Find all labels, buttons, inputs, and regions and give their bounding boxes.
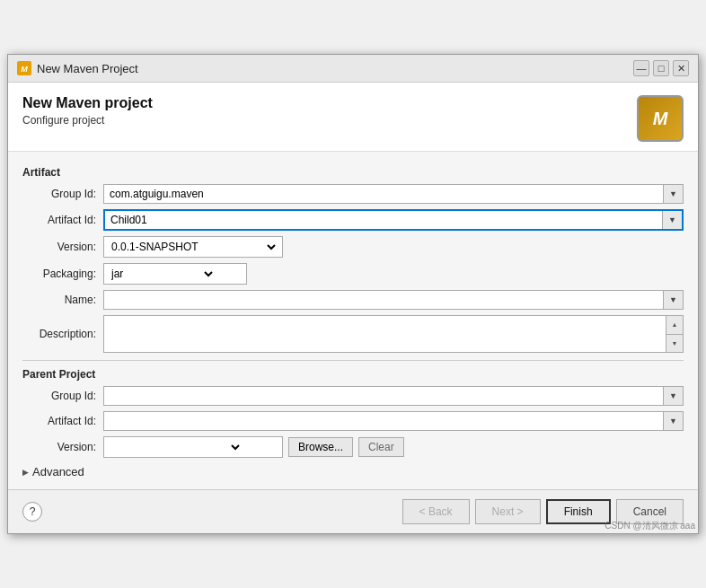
browse-button[interactable]: Browse... xyxy=(288,437,353,457)
artifact-id-label: Artifact Id: xyxy=(22,214,103,226)
name-input-container: ▼ xyxy=(103,290,684,310)
parent-artifact-id-input-container: ▼ xyxy=(103,411,684,431)
back-button[interactable]: < Back xyxy=(402,499,470,524)
parent-artifact-id-input[interactable] xyxy=(104,412,663,430)
dialog-header: New Maven project Configure project M xyxy=(8,83,698,152)
version-select-box[interactable]: 0.0.1-SNAPSHOT xyxy=(103,236,283,258)
packaging-label: Packaging: xyxy=(22,268,103,280)
parent-version-select-box[interactable] xyxy=(103,436,283,458)
maven-logo: M xyxy=(637,95,684,142)
watermark: CSDN @清风微凉 aaa xyxy=(605,520,695,532)
name-label: Name: xyxy=(22,294,103,306)
version-select[interactable]: 0.0.1-SNAPSHOT xyxy=(108,240,278,254)
packaging-select[interactable]: jar war pom xyxy=(108,267,216,281)
version-label: Version: xyxy=(22,241,103,253)
next-button[interactable]: Next > xyxy=(475,499,541,524)
description-label: Description: xyxy=(22,328,103,340)
artifact-section-label: Artifact xyxy=(22,166,684,179)
parent-artifact-id-label: Artifact Id: xyxy=(22,415,103,427)
parent-group-id-input-container: ▼ xyxy=(103,386,684,406)
parent-artifact-id-row: Artifact Id: ▼ xyxy=(22,411,684,431)
description-textarea[interactable] xyxy=(104,316,666,352)
clear-button[interactable]: Clear xyxy=(358,437,404,457)
packaging-select-box[interactable]: jar war pom xyxy=(103,263,247,285)
separator-1 xyxy=(22,360,684,361)
group-id-row: Group Id: ▼ xyxy=(22,184,684,204)
name-input[interactable] xyxy=(104,291,663,309)
parent-group-id-dropdown-btn[interactable]: ▼ xyxy=(663,387,683,405)
app-icon: M xyxy=(17,61,31,75)
maximize-button[interactable]: □ xyxy=(653,60,669,76)
minimize-button[interactable]: — xyxy=(633,60,649,76)
artifact-id-row: Artifact Id: ▼ xyxy=(22,209,684,231)
parent-version-label: Version: xyxy=(22,441,103,453)
advanced-label: Advanced xyxy=(32,465,84,478)
version-row: Version: 0.0.1-SNAPSHOT xyxy=(22,236,684,258)
parent-version-select[interactable] xyxy=(108,440,243,454)
artifact-id-dropdown-btn[interactable]: ▼ xyxy=(662,211,682,229)
dialog-body: Artifact Group Id: ▼ Artifact Id: ▼ xyxy=(8,152,698,489)
description-spinners: ▲ ▼ xyxy=(666,316,683,352)
group-id-input[interactable] xyxy=(104,185,663,203)
artifact-id-input[interactable] xyxy=(105,211,662,229)
dialog-title: New Maven project xyxy=(22,95,153,111)
finish-button[interactable]: Finish xyxy=(546,499,611,524)
description-row: Description: ▲ ▼ xyxy=(22,315,684,353)
parent-group-id-row: Group Id: ▼ xyxy=(22,386,684,406)
parent-section-label: Parent Project xyxy=(22,368,684,381)
packaging-row: Packaging: jar war pom xyxy=(22,263,684,285)
close-button[interactable]: ✕ xyxy=(673,60,689,76)
window-title: New Maven Project xyxy=(37,62,138,75)
artifact-id-input-container: ▼ xyxy=(103,209,684,231)
name-row: Name: ▼ xyxy=(22,290,684,310)
dialog-subtitle: Configure project xyxy=(22,114,153,127)
description-textarea-container: ▲ ▼ xyxy=(103,315,684,353)
name-dropdown-btn[interactable]: ▼ xyxy=(663,291,683,309)
group-id-input-container: ▼ xyxy=(103,184,684,204)
parent-version-row: Version: Browse... Clear xyxy=(22,436,684,458)
window-controls[interactable]: — □ ✕ xyxy=(633,60,689,76)
description-spin-down[interactable]: ▼ xyxy=(666,335,683,353)
group-id-label: Group Id: xyxy=(22,188,103,200)
parent-group-id-label: Group Id: xyxy=(22,390,103,402)
help-button[interactable]: ? xyxy=(22,502,42,522)
title-bar: M New Maven Project — □ ✕ xyxy=(8,55,698,83)
advanced-section[interactable]: ▶ Advanced xyxy=(22,465,684,478)
group-id-dropdown-btn[interactable]: ▼ xyxy=(663,185,683,203)
description-spin-up[interactable]: ▲ xyxy=(666,316,683,335)
parent-group-id-input[interactable] xyxy=(104,387,663,405)
dialog-footer: ? < Back Next > Finish Cancel xyxy=(8,489,698,533)
advanced-arrow-icon: ▶ xyxy=(22,468,29,477)
svg-text:M: M xyxy=(21,65,28,74)
parent-artifact-id-dropdown-btn[interactable]: ▼ xyxy=(663,412,683,430)
